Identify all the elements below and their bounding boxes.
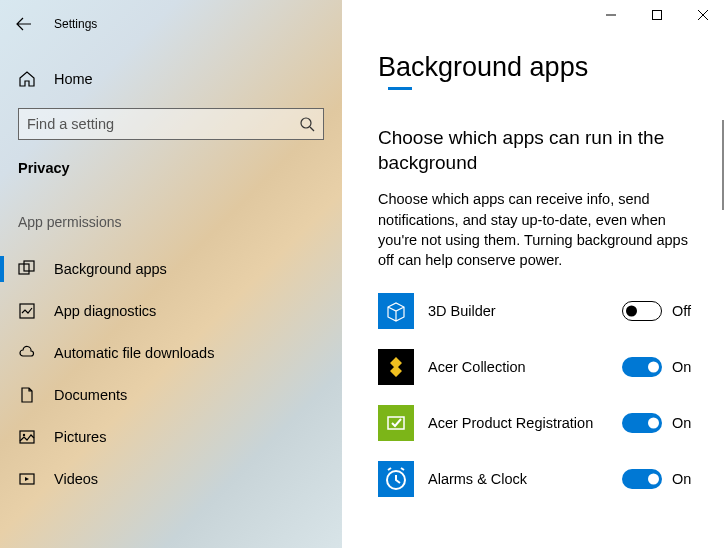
- sidebar-item-app-diagnostics[interactable]: App diagnostics: [0, 290, 342, 332]
- toggle-state: Off: [672, 303, 696, 319]
- window-controls: [588, 0, 726, 30]
- page-title: Background apps: [378, 52, 696, 83]
- app-icon-acer-registration: [378, 405, 414, 441]
- sidebar-item-label: Pictures: [54, 429, 106, 445]
- arrow-left-icon: [16, 16, 32, 32]
- back-button[interactable]: [14, 14, 34, 34]
- subheading: Choose which apps can run in the backgro…: [378, 126, 696, 175]
- toggle-acer-registration[interactable]: [622, 413, 662, 433]
- cloud-download-icon: [18, 344, 36, 362]
- app-row-3d-builder: 3D Builder Off: [378, 293, 696, 329]
- videos-icon: [18, 470, 36, 488]
- app-name: 3D Builder: [428, 303, 608, 319]
- app-icon-3d-builder: [378, 293, 414, 329]
- app-icon-alarms-clock: [378, 461, 414, 497]
- window-title: Settings: [54, 17, 97, 31]
- group-label: App permissions: [0, 186, 342, 234]
- minimize-button[interactable]: [588, 0, 634, 30]
- accent-bar: [388, 87, 412, 90]
- titlebar: Settings: [0, 8, 342, 40]
- svg-point-5: [23, 434, 25, 436]
- document-icon: [18, 386, 36, 404]
- sidebar-item-label: Background apps: [54, 261, 167, 277]
- app-row-acer-collection: Acer Collection On: [378, 349, 696, 385]
- svg-rect-3: [20, 304, 34, 318]
- app-name: Acer Collection: [428, 359, 608, 375]
- home-nav[interactable]: Home: [0, 58, 342, 100]
- sidebar-item-videos[interactable]: Videos: [0, 458, 342, 500]
- truncated-item[interactable]: [0, 234, 342, 248]
- svg-point-0: [301, 118, 311, 128]
- toggle-state: On: [672, 415, 696, 431]
- app-name: Acer Product Registration: [428, 415, 608, 431]
- diagnostics-icon: [18, 302, 36, 320]
- toggle-state: On: [672, 359, 696, 375]
- minimize-icon: [606, 10, 616, 20]
- svg-rect-8: [388, 417, 404, 429]
- svg-rect-4: [20, 431, 34, 443]
- category-header: Privacy: [0, 146, 342, 186]
- search-container: [0, 100, 342, 146]
- maximize-icon: [652, 10, 662, 20]
- app-row-alarms-clock: Alarms & Clock On: [378, 461, 696, 497]
- home-icon: [18, 70, 36, 88]
- background-apps-icon: [18, 260, 36, 278]
- sidebar-item-label: App diagnostics: [54, 303, 156, 319]
- main-panel: Background apps Choose which apps can ru…: [342, 0, 726, 548]
- toggle-alarms-clock[interactable]: [622, 469, 662, 489]
- sidebar-item-label: Automatic file downloads: [54, 345, 214, 361]
- close-icon: [698, 10, 708, 20]
- content: Background apps Choose which apps can ru…: [342, 0, 726, 548]
- toggle-3d-builder[interactable]: [622, 301, 662, 321]
- home-label: Home: [54, 71, 93, 87]
- search-box[interactable]: [18, 108, 324, 140]
- sidebar: Settings Home Privacy App permissions Ba…: [0, 0, 342, 548]
- sidebar-item-label: Documents: [54, 387, 127, 403]
- svg-rect-7: [653, 11, 662, 20]
- sidebar-item-automatic-file-downloads[interactable]: Automatic file downloads: [0, 332, 342, 374]
- app-name: Alarms & Clock: [428, 471, 608, 487]
- sidebar-item-pictures[interactable]: Pictures: [0, 416, 342, 458]
- pictures-icon: [18, 428, 36, 446]
- app-icon-acer-collection: [378, 349, 414, 385]
- maximize-button[interactable]: [634, 0, 680, 30]
- sidebar-item-label: Videos: [54, 471, 98, 487]
- body-text: Choose which apps can receive info, send…: [378, 189, 696, 270]
- sidebar-item-documents[interactable]: Documents: [0, 374, 342, 416]
- search-icon: [299, 116, 315, 132]
- search-input[interactable]: [27, 116, 299, 132]
- sidebar-item-background-apps[interactable]: Background apps: [0, 248, 342, 290]
- close-button[interactable]: [680, 0, 726, 30]
- scrollbar[interactable]: [722, 120, 724, 210]
- toggle-acer-collection[interactable]: [622, 357, 662, 377]
- toggle-state: On: [672, 471, 696, 487]
- app-row-acer-product-registration: Acer Product Registration On: [378, 405, 696, 441]
